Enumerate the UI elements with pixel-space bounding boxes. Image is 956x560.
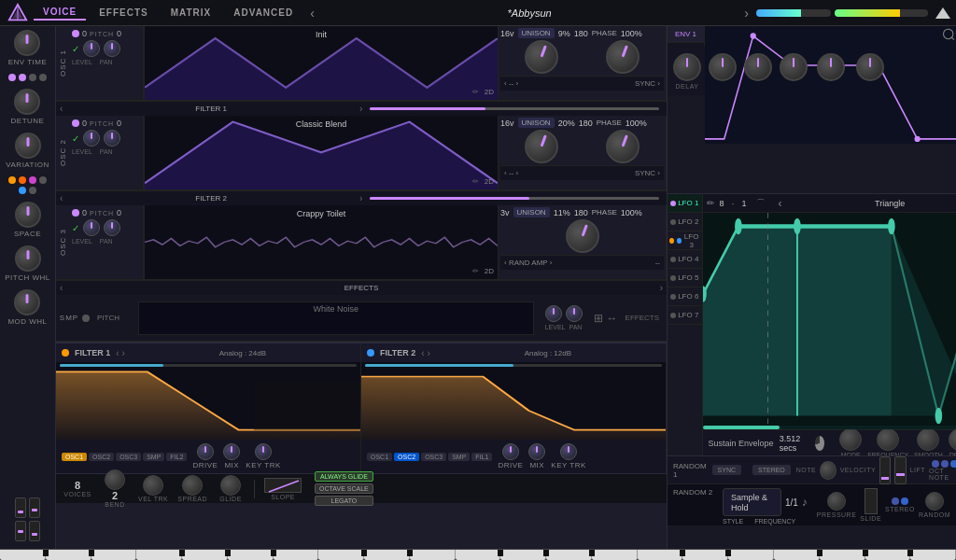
key-d2[interactable]: [364, 550, 410, 560]
key-e[interactable]: [91, 550, 137, 560]
nav-right[interactable]: ›: [740, 6, 752, 21]
veltrk-knob[interactable]: [143, 475, 163, 496]
key-g[interactable]: [182, 550, 228, 560]
filter2-mix-knob[interactable]: [528, 443, 545, 460]
lfo6-tab[interactable]: LFO 6: [668, 287, 702, 306]
key-g3[interactable]: [820, 550, 865, 560]
smp-pan-knob[interactable]: [566, 305, 583, 322]
filter1-smp-btn[interactable]: SMP: [143, 453, 164, 461]
key-as[interactable]: [271, 550, 276, 556]
slope-display[interactable]: [264, 478, 302, 493]
osc1-phase-knob[interactable]: [606, 40, 640, 74]
lfo3-tab[interactable]: LFO 3: [668, 231, 702, 250]
octave-scale-btn[interactable]: OCTAVE SCALE: [315, 483, 373, 494]
decay-knob[interactable]: [780, 53, 808, 81]
mod-whl-knob[interactable]: [14, 289, 40, 315]
osc3-level-knob[interactable]: [83, 219, 100, 236]
osc2-pan-knob[interactable]: [104, 130, 120, 147]
key-ds2[interactable]: [407, 550, 413, 556]
key-a[interactable]: [228, 550, 274, 560]
detune-knob[interactable]: [14, 89, 40, 115]
key-d[interactable]: [46, 550, 91, 560]
tab-effects[interactable]: EFFECTS: [90, 6, 158, 20]
filter1-fil2-btn[interactable]: FIL2: [166, 453, 187, 461]
key-b[interactable]: [274, 550, 319, 560]
osc2-filter-left[interactable]: ‹: [60, 193, 63, 203]
key-as3[interactable]: [907, 550, 913, 556]
osc2-wave-display[interactable]: Classic Blend 2D ✏: [144, 116, 499, 189]
delay-knob[interactable]: [673, 53, 701, 81]
key-as2[interactable]: [589, 550, 595, 556]
key-b2[interactable]: [592, 550, 638, 560]
osc1-wave-display[interactable]: Init 2D ✏: [144, 26, 499, 100]
slide-slider[interactable]: [865, 488, 878, 514]
pitch-whl-knob[interactable]: [15, 245, 41, 272]
note-knob[interactable]: [820, 461, 836, 480]
filter1-top-slider[interactable]: [60, 364, 357, 367]
slider-4[interactable]: [29, 521, 40, 541]
lfo-smooth-knob[interactable]: [917, 428, 939, 451]
slider-2[interactable]: [29, 497, 40, 518]
osc2-level-knob[interactable]: [83, 130, 100, 147]
lfo-wave-left[interactable]: ‹: [775, 197, 786, 210]
piano-bar[interactable]: [0, 549, 956, 560]
env-display[interactable]: [705, 26, 956, 144]
osc1-filter-right[interactable]: ›: [359, 104, 362, 114]
smp-wave-display[interactable]: White Noise: [138, 301, 534, 335]
osc1-pan-knob[interactable]: [104, 40, 120, 57]
legato-btn[interactable]: LEGATO: [315, 496, 373, 506]
osc1-unison-knob[interactable]: [525, 40, 558, 74]
key-a3[interactable]: [865, 550, 911, 560]
filter1-keytk-knob[interactable]: [255, 443, 272, 460]
lfo7-tab[interactable]: LFO 7: [668, 306, 702, 325]
slider-3[interactable]: [15, 521, 26, 541]
key-b3[interactable]: [910, 550, 956, 560]
lfo-delay-knob[interactable]: [949, 428, 956, 451]
key-gs3[interactable]: [863, 550, 868, 556]
key-g2[interactable]: [500, 550, 546, 560]
random-knob[interactable]: [925, 492, 944, 511]
key-e3[interactable]: [728, 550, 774, 560]
key-c2[interactable]: [318, 550, 364, 560]
filter2-top-slider[interactable]: [365, 364, 662, 367]
random1-sync-btn[interactable]: SYNC: [712, 465, 741, 475]
velocity-slider[interactable]: [879, 456, 891, 484]
osc1-active-dot[interactable]: [72, 30, 79, 37]
key-f2[interactable]: [456, 550, 501, 560]
variation-knob[interactable]: [15, 133, 41, 159]
key-fs[interactable]: [179, 550, 185, 556]
filter2-drive-knob[interactable]: [502, 443, 519, 460]
osc1-edit-icon[interactable]: ✏: [472, 88, 479, 96]
lfo4-tab[interactable]: LFO 4: [668, 250, 702, 269]
osc1-level-knob[interactable]: [83, 40, 100, 57]
osc3-unison-knob[interactable]: [566, 219, 599, 253]
env-time-knob[interactable]: [14, 30, 40, 56]
osc2-phase-knob[interactable]: [606, 130, 640, 163]
key-fs3[interactable]: [817, 550, 822, 556]
slider-1[interactable]: [15, 497, 26, 518]
key-f[interactable]: [136, 550, 182, 560]
hold-knob[interactable]: [744, 53, 772, 81]
pressure-knob[interactable]: [827, 492, 846, 511]
tab-advanced[interactable]: ADVANCED: [224, 6, 302, 20]
always-glide-btn[interactable]: ALWAYS GLIDE: [315, 471, 373, 482]
lfo-mode-knob[interactable]: [839, 428, 862, 451]
filter1-osc1-btn[interactable]: OSC1: [62, 453, 87, 461]
filter2-osc3-btn[interactable]: OSC3: [421, 453, 446, 461]
glide-knob[interactable]: [220, 475, 241, 496]
osc3-filter-right[interactable]: ›: [660, 283, 663, 293]
osc3-wave-display[interactable]: Crappy Toilet 2D ✏: [144, 205, 499, 279]
osc1-filter-left[interactable]: ‹: [60, 104, 63, 114]
key-ds[interactable]: [89, 550, 94, 556]
bend-knob[interactable]: [105, 469, 125, 490]
filter2-fil1-btn[interactable]: FIL1: [471, 453, 492, 461]
spread-knob[interactable]: [182, 475, 203, 496]
lfo-display[interactable]: [703, 213, 956, 429]
lfo5-tab[interactable]: LFO 5: [668, 269, 702, 287]
key-gs2[interactable]: [543, 550, 549, 556]
lift-slider[interactable]: [894, 456, 906, 484]
lfo-freq-knob[interactable]: [877, 428, 899, 451]
lfo-position-bar[interactable]: [703, 426, 956, 429]
key-f3[interactable]: [774, 550, 820, 560]
lfo1-tab[interactable]: LFO 1: [668, 194, 702, 213]
